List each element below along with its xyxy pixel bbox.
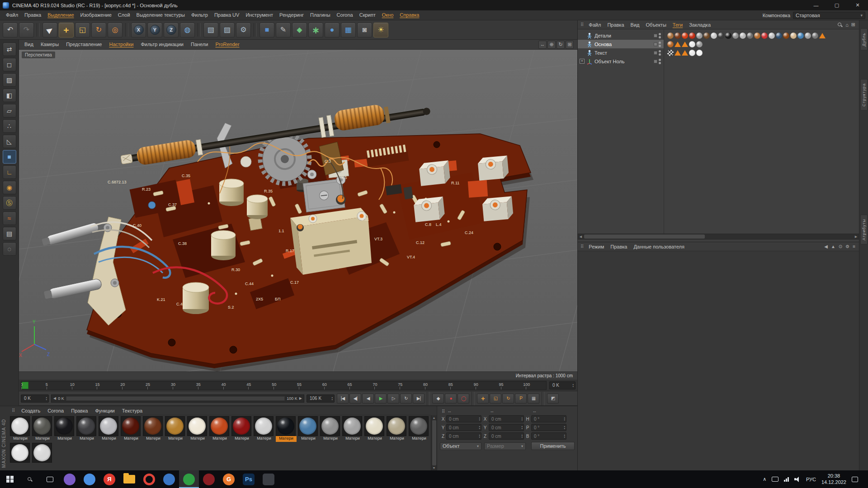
expander-icon[interactable]: + [580, 59, 585, 64]
step-down-icon[interactable]: ▾ [479, 419, 480, 421]
material-item[interactable]: Матери [76, 416, 97, 442]
material-item[interactable]: Матери [32, 416, 53, 442]
stepper-icon[interactable]: ▴▾ [479, 425, 480, 430]
panel-menu-icon[interactable]: ⠿ [579, 22, 585, 27]
material-tag-icon[interactable] [761, 33, 768, 39]
step-down-icon[interactable]: ▾ [46, 399, 47, 401]
quantize-mode-button[interactable]: ◌ [3, 242, 16, 256]
material-item[interactable]: Матери [231, 416, 252, 442]
material-item[interactable]: Матери [165, 416, 186, 442]
range-track[interactable] [66, 396, 285, 401]
material-tag-icon[interactable] [740, 33, 746, 39]
visibility-toggles[interactable] [647, 50, 664, 56]
visibility-toggles[interactable] [647, 33, 664, 38]
material-tag-icon[interactable] [776, 33, 782, 39]
points-mode-button[interactable]: ∴ [3, 119, 16, 133]
editor-visibility-dot[interactable] [659, 42, 661, 44]
model-mode-button[interactable]: ◻ [3, 58, 16, 71]
taskbar-app-blue2[interactable] [159, 470, 179, 488]
step-down-icon[interactable]: ▾ [479, 427, 480, 430]
object-manager-tab[interactable]: Файл [585, 22, 604, 28]
material-tag-icon[interactable] [718, 33, 724, 39]
layout-select[interactable]: Стартовая ▾ [793, 12, 865, 19]
object-row[interactable]: Основа [578, 40, 859, 48]
step-down-icon[interactable]: ▾ [521, 427, 523, 430]
material-tag-icon[interactable] [747, 33, 753, 39]
layer-chip[interactable] [654, 60, 657, 63]
texture-axis-mode-button[interactable]: ◧ [3, 89, 16, 102]
editor-visibility-dot[interactable] [659, 59, 661, 61]
menu-item[interactable]: Окно [379, 10, 397, 20]
render-settings-button[interactable]: ⚙ [236, 23, 251, 38]
edges-mode-button[interactable]: ◺ [3, 135, 16, 148]
step-down-icon[interactable]: ▾ [572, 385, 574, 388]
scale-tool-button[interactable]: ◱ [75, 23, 90, 38]
menu-item[interactable]: Изображение [77, 10, 115, 20]
editor-visibility-dot[interactable] [659, 33, 661, 35]
task-view-button[interactable] [40, 470, 60, 488]
material-tag-icon[interactable] [675, 33, 681, 39]
material-item[interactable]: Матери [409, 416, 429, 442]
scroll-right-icon[interactable]: ▶ [853, 235, 859, 239]
texture-tag-icon[interactable] [667, 50, 674, 56]
materials-scrollbar[interactable]: ▲ ▼ [431, 415, 437, 470]
material-tag-icon[interactable] [725, 33, 731, 39]
material-item[interactable]: Матери [387, 416, 407, 442]
add-camera-button[interactable]: ◙ [357, 23, 372, 38]
taskbar-explorer[interactable] [119, 470, 139, 488]
maximize-button[interactable]: ▢ [826, 0, 847, 10]
viewport-menu-item[interactable]: Камеры [37, 40, 62, 49]
menu-item[interactable]: Справка [396, 10, 422, 20]
tag-strip[interactable] [664, 31, 859, 40]
selection-tag-icon[interactable] [682, 42, 688, 47]
layer-chip[interactable] [654, 34, 657, 38]
last-tool-button[interactable]: ◎ [108, 23, 123, 38]
magnet-tool-button[interactable]: ≈ [3, 211, 16, 225]
stepper-icon[interactable]: ▴▾ [564, 425, 565, 430]
rotate-tool-button[interactable]: ↻ [91, 23, 106, 38]
gear-icon[interactable]: ⚙ [845, 244, 849, 249]
step-down-icon[interactable]: ▾ [564, 427, 565, 430]
docked-tab[interactable]: Дубль [860, 28, 868, 51]
next-frame-button[interactable]: ▷ [387, 394, 399, 404]
add-array-button[interactable]: ▦ [341, 23, 356, 38]
add-light-button[interactable]: ☀ [373, 23, 388, 38]
key-scale-button[interactable]: ◱ [490, 394, 501, 404]
stepper-icon[interactable]: ▴▾ [46, 396, 47, 401]
current-frame-field[interactable]: 0 K▴▾ [21, 394, 49, 403]
material-tag-icon[interactable] [682, 33, 688, 39]
menu-item[interactable]: Выделение [44, 10, 77, 20]
material-tag-icon[interactable] [667, 41, 674, 47]
coord-field[interactable]: 0 cm▴▾ [489, 415, 524, 422]
stepper-icon[interactable]: ▴▾ [521, 434, 523, 438]
lock-x-axis-button[interactable]: X [131, 23, 146, 38]
material-tag-icon[interactable] [696, 33, 703, 39]
key-rotation-button[interactable]: ↻ [502, 394, 514, 404]
coord-field[interactable]: 0 cm▴▾ [446, 432, 481, 440]
scrollbar-thumb[interactable] [584, 235, 705, 239]
attribute-manager-tab[interactable]: Данные пользователя [630, 244, 687, 249]
menu-item[interactable]: Фильтр [188, 10, 211, 20]
selection-tag-icon[interactable] [819, 33, 826, 38]
view-label[interactable]: Перспектива [22, 52, 55, 58]
step-down-icon[interactable]: ▾ [521, 419, 523, 421]
coord-field[interactable]: 0 °▴▾ [531, 424, 566, 431]
autokeying-button[interactable]: ◯ [458, 394, 469, 404]
object-manager-tab[interactable]: Правка [604, 22, 627, 28]
attribute-manager-tab[interactable]: Режим [585, 244, 607, 249]
editor-visibility-dot[interactable] [659, 50, 661, 52]
viewport-menu-item[interactable]: Настройки [105, 40, 137, 49]
step-down-icon[interactable]: ▾ [331, 399, 333, 401]
play-loop-button[interactable]: ↻ [400, 394, 412, 404]
material-item[interactable]: Матери [121, 416, 142, 442]
stepper-icon[interactable]: ▴▾ [479, 417, 480, 421]
menu-item[interactable]: Файл [3, 10, 21, 20]
add-mograph-button[interactable]: ∗ [308, 23, 323, 38]
viewport-menu-item[interactable]: Представление [62, 40, 105, 49]
search-icon[interactable] [837, 22, 843, 28]
pin-icon[interactable]: ⊙ [839, 244, 842, 249]
material-item[interactable]: Матери [364, 416, 385, 442]
pan-view-button[interactable]: ↔ [538, 41, 547, 49]
add-spline-button[interactable]: ✎ [276, 23, 291, 38]
texture-mode-button[interactable]: ▨ [3, 73, 16, 87]
